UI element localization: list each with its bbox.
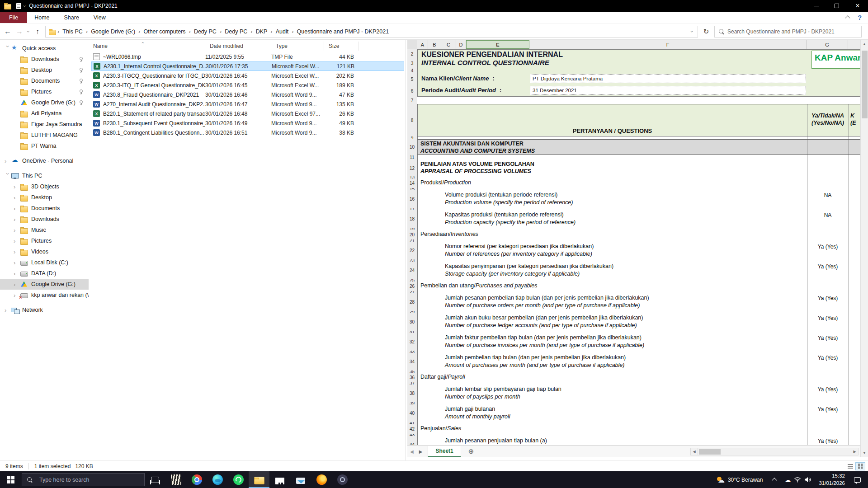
- column-header-date-modified[interactable]: Date modified: [205, 42, 271, 51]
- tray-chevron-up-icon[interactable]: [772, 478, 777, 483]
- sidebar-item-adi-priyatna[interactable]: Adi Priyatna: [0, 108, 89, 119]
- answer-cell[interactable]: Ya (Yes): [807, 263, 849, 270]
- back-button[interactable]: ←: [2, 26, 14, 38]
- file-row-a270-internal-audit[interactable]: A270_Internal Audit Questionnaire_DKP2..…: [91, 99, 404, 109]
- taskbar-app-round-app[interactable]: [332, 471, 353, 488]
- row-number[interactable]: 8: [407, 104, 417, 136]
- field-value[interactable]: 31 Desember 2021: [530, 86, 806, 95]
- sheet-column-header-f[interactable]: F: [529, 40, 807, 49]
- chevron-right-icon[interactable]: ›: [14, 194, 20, 201]
- chevron-right-icon[interactable]: ›: [14, 216, 20, 223]
- taskbar-app-firefox[interactable]: [311, 471, 332, 488]
- answer-cell[interactable]: NA: [807, 212, 849, 218]
- sheet-column-header-a[interactable]: A: [417, 40, 428, 49]
- row-number[interactable]: 12: [407, 160, 417, 176]
- row-number[interactable]: 44: [407, 436, 417, 445]
- add-sheet-icon[interactable]: ⊕: [468, 447, 474, 455]
- column-header-size[interactable]: Size: [324, 42, 359, 51]
- sidebar-item-downloads[interactable]: ›Downloads: [0, 214, 89, 225]
- answer-cell[interactable]: NA: [807, 192, 849, 198]
- breadcrumb-segment-other-computers[interactable]: Other computers: [140, 28, 189, 35]
- file-row-wrl0066-tmp[interactable]: ~WRL0066.tmp11/02/2025 9:55TMP File44 KB: [91, 52, 404, 61]
- sheet-column-header-g[interactable]: G: [807, 40, 848, 49]
- row-number[interactable]: 4: [407, 68, 417, 73]
- horizontal-scroll-track[interactable]: [698, 448, 851, 455]
- sheet-tab-sheet1[interactable]: Sheet1: [428, 446, 461, 457]
- ribbon-tab-view[interactable]: View: [86, 12, 113, 23]
- breadcrumb-segment-questionnaire-and-pmpj-dkp2021[interactable]: Questionnaire and PMPJ - DKP2021: [294, 28, 392, 35]
- file-row-b280-1-contingent-li[interactable]: B280.1_Contingent Liabilities Questionn.…: [91, 128, 404, 137]
- details-view-button[interactable]: [845, 462, 855, 470]
- recent-locations-chevron-icon[interactable]: ›: [25, 26, 32, 38]
- chevron-right-icon[interactable]: ›: [14, 227, 20, 234]
- sidebar-item-desktop[interactable]: Desktop: [0, 65, 89, 75]
- breadcrumb-segment-dedy-pc[interactable]: Dedy PC: [191, 28, 220, 35]
- answer-cell[interactable]: Ya (Yes): [807, 355, 849, 361]
- sidebar-item-google-drive-g[interactable]: ›Google Drive (G:): [0, 279, 89, 290]
- vertical-scrollbar[interactable]: ▲ ▼: [860, 40, 868, 457]
- row-number[interactable]: 40: [407, 404, 417, 422]
- tray-wifi-icon[interactable]: [793, 471, 802, 488]
- vertical-scroll-track[interactable]: [861, 48, 868, 449]
- scroll-down-icon[interactable]: ▼: [861, 449, 868, 457]
- up-button[interactable]: ↑: [32, 26, 43, 38]
- taskbar-app-mail-app[interactable]: [290, 471, 311, 488]
- refresh-icon[interactable]: ↻: [700, 26, 712, 38]
- chevron-down-icon[interactable]: ›: [5, 45, 11, 52]
- chevron-down-icon[interactable]: ›: [22, 5, 27, 6]
- row-number[interactable]: 5: [407, 73, 417, 85]
- file-row-a230-1-internal-cont[interactable]: A230.1_Internal Control Questionnaire_D.…: [91, 61, 404, 71]
- tray-volume-icon[interactable]: [802, 471, 812, 488]
- answer-cell[interactable]: Ya (Yes): [807, 386, 849, 393]
- forward-button[interactable]: →: [14, 26, 25, 38]
- tray-cloud-icon[interactable]: [783, 471, 793, 488]
- row-number[interactable]: 10: [407, 139, 417, 155]
- breadcrumb-segment-audit[interactable]: Audit: [273, 28, 292, 35]
- row-number[interactable]: 22: [407, 242, 417, 259]
- breadcrumb-segment-dedy-pc[interactable]: Dedy PC: [222, 28, 250, 35]
- close-button[interactable]: ×: [847, 0, 868, 12]
- chevron-right-icon[interactable]: ›: [5, 307, 11, 314]
- column-header-type[interactable]: Type: [271, 42, 324, 51]
- collapse-ribbon-icon[interactable]: [845, 15, 850, 20]
- sidebar-item-pt-warna[interactable]: PT Warna: [0, 141, 89, 151]
- sidebar-item-3d-objects[interactable]: ›3D Objects: [0, 181, 89, 192]
- breadcrumb-segment-dkp[interactable]: DKP: [253, 28, 271, 35]
- sidebar-item-downloads[interactable]: Downloads: [0, 54, 89, 65]
- row-number[interactable]: 2: [407, 49, 417, 59]
- start-button[interactable]: [0, 471, 22, 488]
- taskbar-app-store[interactable]: [269, 471, 290, 488]
- row-number[interactable]: 6: [407, 85, 417, 97]
- file-row-a230-3-itgcq-questio[interactable]: A230.3-ITGCQ_Questionnaire for ITGC_DK..…: [91, 71, 404, 80]
- answer-cell[interactable]: Ya (Yes): [807, 244, 849, 250]
- row-number[interactable]: 30: [407, 313, 417, 331]
- large-icons-view-button[interactable]: [855, 462, 865, 470]
- maximize-button[interactable]: [826, 0, 847, 12]
- answer-cell[interactable]: Ya (Yes): [807, 406, 849, 413]
- taskbar-app-edge[interactable]: [207, 471, 228, 488]
- chevron-right-icon[interactable]: ›: [14, 281, 20, 288]
- sidebar-item-kkp-anwar-dan-rekan-1[interactable]: ›kkp anwar dan rekan (\\1: [0, 290, 89, 300]
- sidebar-item-documents[interactable]: ›Documents: [0, 203, 89, 214]
- taskbar-search[interactable]: Type here to search: [22, 473, 145, 486]
- sidebar-item-local-disk-c[interactable]: ›Local Disk (C:): [0, 257, 89, 268]
- chevron-right-icon[interactable]: ›: [14, 270, 20, 277]
- answer-cell[interactable]: Ya (Yes): [807, 438, 849, 444]
- sidebar-section-this-pc[interactable]: ›This PC: [0, 170, 89, 181]
- taskbar-clock[interactable]: 15:32 31/01/2026: [814, 473, 849, 487]
- answer-cell[interactable]: Ya (Yes): [807, 315, 849, 321]
- row-number[interactable]: 36: [407, 373, 417, 382]
- taskbar-app-chrome[interactable]: [186, 471, 207, 488]
- row-number[interactable]: 11: [407, 155, 417, 160]
- quick-access-toolbar-icon[interactable]: [16, 3, 21, 9]
- sidebar-item-music[interactable]: ›Music: [0, 225, 89, 235]
- sidebar-item-luthfi-magang[interactable]: LUTHFI MAGANG: [0, 130, 89, 141]
- search-input[interactable]: [727, 28, 858, 35]
- chevron-down-icon[interactable]: ›: [5, 173, 11, 179]
- row-number[interactable]: 3: [407, 59, 417, 68]
- file-row-a230-8-fraud-questio[interactable]: A230.8_Fraud Questionnaire_DKP202130/01/…: [91, 90, 404, 99]
- sheet-column-header-c[interactable]: C: [441, 40, 456, 49]
- row-number[interactable]: 18: [407, 210, 417, 228]
- sidebar-item-google-drive-g[interactable]: Google Drive (G:): [0, 97, 89, 108]
- sheet-nav-right-icon[interactable]: ▶: [416, 449, 425, 454]
